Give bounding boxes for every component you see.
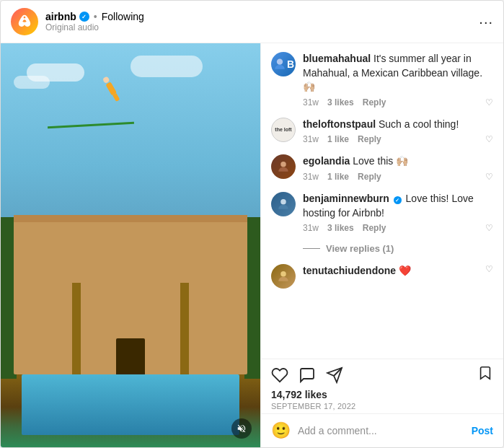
comment-time: 31w bbox=[303, 223, 319, 233]
header-top: airbnb ✓ • Following bbox=[45, 11, 479, 22]
view-replies[interactable]: View replies (1) bbox=[303, 243, 493, 254]
heart-icon[interactable]: ♡ bbox=[485, 172, 493, 182]
svg-point-1 bbox=[280, 162, 286, 167]
svg-point-0 bbox=[277, 59, 283, 65]
mute-icon bbox=[236, 423, 247, 434]
comment-text: egolandia Love this 🙌🏼 bbox=[303, 154, 493, 169]
account-username[interactable]: airbnb bbox=[45, 11, 76, 22]
diver bbox=[99, 74, 123, 102]
airbnb-logo-icon bbox=[17, 14, 32, 30]
comment-meta: 31w 1 like Reply ♡ bbox=[303, 134, 493, 144]
comment-meta: 31w 3 likes Reply ♡ bbox=[303, 223, 493, 233]
comment-body: Love this 🙌🏼 bbox=[353, 155, 408, 167]
comment-username[interactable]: benjaminnewburn bbox=[303, 193, 389, 204]
heart-icon bbox=[271, 366, 288, 384]
save-button[interactable] bbox=[477, 365, 493, 385]
comment-likes: 3 likes bbox=[327, 223, 354, 233]
reply-button[interactable]: Reply bbox=[358, 172, 381, 182]
add-comment-bar: 🙂 Post bbox=[261, 413, 503, 447]
comment-content: egolandia Love this 🙌🏼 31w 1 like Reply … bbox=[303, 154, 493, 182]
heart-icon[interactable]: ♡ bbox=[485, 97, 493, 107]
share-icon bbox=[326, 366, 343, 384]
comment-text: benjaminnewburn ✓ Love this! Love hostin… bbox=[303, 192, 493, 220]
comment-body: ❤️ bbox=[399, 265, 411, 276]
pillar-right bbox=[180, 283, 189, 375]
comment-item: tenutachiudendone ❤️ ♡ bbox=[271, 264, 493, 289]
comment-body: Such a cool thing! bbox=[379, 118, 459, 130]
building-roof bbox=[14, 215, 247, 222]
svg-point-3 bbox=[280, 271, 286, 277]
avatar-icon-blue bbox=[273, 57, 287, 71]
comment-content: tenutachiudendone ❤️ bbox=[303, 264, 478, 278]
cloud-2 bbox=[14, 76, 50, 89]
post-body: bluemahahual It's summer all year in Mah… bbox=[1, 43, 503, 447]
comments-list: bluemahahual It's summer all year in Mah… bbox=[261, 43, 503, 359]
following-label[interactable]: Following bbox=[102, 11, 144, 22]
comment-meta: 31w 1 like Reply ♡ bbox=[303, 172, 493, 182]
comment-content: benjaminnewburn ✓ Love this! Love hostin… bbox=[303, 192, 493, 233]
building bbox=[14, 221, 247, 374]
heart-icon[interactable]: ♡ bbox=[485, 223, 493, 233]
comment-likes: 3 likes bbox=[327, 97, 354, 107]
heart-icon[interactable]: ♡ bbox=[485, 264, 493, 274]
action-icons bbox=[271, 365, 493, 385]
comment-username[interactable]: theloftonstpaul bbox=[303, 118, 376, 130]
comment-username[interactable]: tenutachiudendone bbox=[303, 265, 396, 276]
instagram-post: airbnb ✓ • Following Original audio ··· bbox=[0, 0, 504, 448]
mute-button[interactable] bbox=[231, 418, 252, 439]
header-info: airbnb ✓ • Following Original audio bbox=[45, 11, 479, 32]
view-replies-label[interactable]: View replies (1) bbox=[326, 243, 394, 254]
post-image bbox=[1, 43, 260, 447]
reply-button[interactable]: Reply bbox=[358, 134, 381, 144]
reply-button[interactable]: Reply bbox=[363, 97, 386, 107]
building-door bbox=[116, 338, 145, 374]
pool bbox=[22, 374, 239, 435]
heart-icon[interactable]: ♡ bbox=[485, 134, 493, 144]
comment-likes: 1 like bbox=[327, 134, 349, 144]
avatar-person-icon-tenu bbox=[276, 269, 291, 284]
comment-meta: 31w 3 likes Reply ♡ bbox=[303, 97, 493, 107]
comments-section: bluemahahual It's summer all year in Mah… bbox=[260, 43, 503, 447]
comment-avatar-egolandia bbox=[271, 154, 296, 179]
comment-text: tenutachiudendone ❤️ bbox=[303, 264, 478, 278]
bookmark-icon bbox=[477, 365, 493, 381]
comment-username[interactable]: bluemahahual bbox=[303, 53, 371, 64]
more-options-icon[interactable]: ··· bbox=[479, 14, 493, 30]
reply-button[interactable]: Reply bbox=[363, 223, 386, 233]
comment-icon bbox=[299, 366, 316, 384]
comment-content: bluemahahual It's summer all year in Mah… bbox=[303, 52, 493, 107]
comment-username[interactable]: egolandia bbox=[303, 155, 350, 167]
share-button[interactable] bbox=[326, 366, 343, 384]
cloud-3 bbox=[131, 56, 203, 77]
svg-point-2 bbox=[280, 199, 286, 205]
post-header: airbnb ✓ • Following Original audio ··· bbox=[1, 1, 503, 43]
comment-button[interactable] bbox=[299, 366, 316, 384]
diver-legs bbox=[112, 93, 120, 102]
image-content bbox=[1, 43, 260, 447]
airbnb-avatar[interactable] bbox=[11, 8, 38, 35]
comment-avatar-bluemahahual bbox=[271, 52, 296, 76]
likes-count[interactable]: 14,792 likes bbox=[271, 389, 493, 400]
like-button[interactable] bbox=[271, 366, 288, 384]
emoji-button[interactable]: 🙂 bbox=[271, 421, 291, 440]
comment-text: bluemahahual It's summer all year in Mah… bbox=[303, 52, 493, 95]
comment-input[interactable] bbox=[298, 425, 464, 436]
comment-time: 31w bbox=[303, 97, 319, 107]
comment-item: bluemahahual It's summer all year in Mah… bbox=[271, 52, 493, 107]
comment-item: the loft theloftonstpaul Such a cool thi… bbox=[271, 118, 493, 145]
avatar-person-icon bbox=[276, 159, 291, 174]
verified-badge-comment-icon: ✓ bbox=[394, 196, 402, 204]
header-subtitle: Original audio bbox=[45, 22, 479, 32]
comment-text: theloftonstpaul Such a cool thing! bbox=[303, 118, 493, 132]
comment-avatar-tenutachiudendone bbox=[271, 264, 296, 289]
pillar-left bbox=[72, 283, 81, 375]
post-comment-button[interactable]: Post bbox=[472, 425, 493, 436]
comment-time: 31w bbox=[303, 172, 319, 182]
comment-item: benjaminnewburn ✓ Love this! Love hostin… bbox=[271, 192, 493, 233]
comment-content: theloftonstpaul Such a cool thing! 31w 1… bbox=[303, 118, 493, 145]
post-actions: 14,792 likes September 17, 2022 bbox=[261, 359, 503, 413]
comment-likes: 1 like bbox=[327, 172, 349, 182]
view-replies-line bbox=[303, 248, 320, 249]
verified-badge-icon: ✓ bbox=[79, 12, 89, 22]
avatar-person-icon-ben bbox=[276, 197, 291, 211]
